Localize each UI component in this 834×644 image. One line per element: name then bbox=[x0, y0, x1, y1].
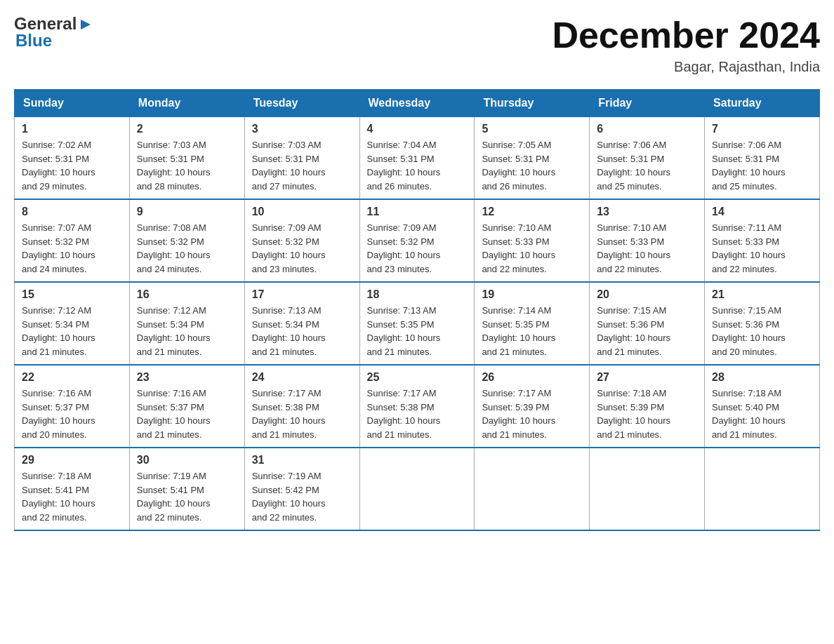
day-cell: 25Sunrise: 7:17 AMSunset: 5:38 PMDayligh… bbox=[359, 365, 475, 448]
day-info: Sunrise: 7:13 AMSunset: 5:34 PMDaylight:… bbox=[252, 304, 352, 358]
day-info: Sunrise: 7:07 AMSunset: 5:32 PMDaylight:… bbox=[22, 221, 122, 276]
day-cell: 20Sunrise: 7:15 AMSunset: 5:36 PMDayligh… bbox=[590, 282, 705, 365]
day-info: Sunrise: 7:19 AMSunset: 5:41 PMDaylight:… bbox=[137, 469, 237, 524]
day-cell: 30Sunrise: 7:19 AMSunset: 5:41 PMDayligh… bbox=[129, 448, 244, 530]
day-info: Sunrise: 7:05 AMSunset: 5:31 PMDaylight:… bbox=[482, 138, 582, 193]
header-thursday: Thursday bbox=[475, 90, 590, 117]
week-row-4: 22Sunrise: 7:16 AMSunset: 5:37 PMDayligh… bbox=[15, 365, 820, 448]
day-info: Sunrise: 7:08 AMSunset: 5:32 PMDaylight:… bbox=[137, 221, 237, 276]
day-cell: 6Sunrise: 7:06 AMSunset: 5:31 PMDaylight… bbox=[590, 117, 705, 200]
day-cell: 27Sunrise: 7:18 AMSunset: 5:39 PMDayligh… bbox=[590, 365, 705, 448]
day-info: Sunrise: 7:17 AMSunset: 5:38 PMDaylight:… bbox=[252, 387, 352, 441]
day-cell: 12Sunrise: 7:10 AMSunset: 5:33 PMDayligh… bbox=[475, 199, 590, 282]
day-cell: 19Sunrise: 7:14 AMSunset: 5:35 PMDayligh… bbox=[475, 282, 590, 365]
header-wednesday: Wednesday bbox=[359, 90, 475, 117]
day-number: 7 bbox=[712, 123, 812, 135]
day-cell: 22Sunrise: 7:16 AMSunset: 5:37 PMDayligh… bbox=[15, 365, 130, 448]
day-number: 3 bbox=[252, 123, 352, 135]
day-number: 13 bbox=[597, 206, 697, 218]
week-row-2: 8Sunrise: 7:07 AMSunset: 5:32 PMDaylight… bbox=[15, 199, 820, 282]
day-number: 12 bbox=[482, 206, 582, 218]
day-number: 10 bbox=[252, 206, 352, 218]
location: Bagar, Rajasthan, India bbox=[552, 59, 820, 75]
header-monday: Monday bbox=[129, 90, 244, 117]
day-number: 26 bbox=[482, 371, 582, 384]
logo: General Blue bbox=[14, 14, 93, 51]
day-info: Sunrise: 7:12 AMSunset: 5:34 PMDaylight:… bbox=[22, 304, 122, 358]
day-info: Sunrise: 7:10 AMSunset: 5:33 PMDaylight:… bbox=[482, 221, 582, 276]
day-info: Sunrise: 7:16 AMSunset: 5:37 PMDaylight:… bbox=[22, 387, 122, 441]
header-right: December 2024 Bagar, Rajasthan, India bbox=[552, 14, 820, 75]
day-info: Sunrise: 7:12 AMSunset: 5:34 PMDaylight:… bbox=[137, 304, 237, 358]
day-cell: 9Sunrise: 7:08 AMSunset: 5:32 PMDaylight… bbox=[129, 199, 244, 282]
day-info: Sunrise: 7:17 AMSunset: 5:39 PMDaylight:… bbox=[482, 387, 582, 441]
day-info: Sunrise: 7:03 AMSunset: 5:31 PMDaylight:… bbox=[252, 138, 352, 193]
day-number: 25 bbox=[367, 371, 468, 384]
day-info: Sunrise: 7:02 AMSunset: 5:31 PMDaylight:… bbox=[22, 138, 122, 193]
day-cell: 8Sunrise: 7:07 AMSunset: 5:32 PMDaylight… bbox=[15, 199, 130, 282]
day-info: Sunrise: 7:03 AMSunset: 5:31 PMDaylight:… bbox=[137, 138, 237, 193]
day-info: Sunrise: 7:15 AMSunset: 5:36 PMDaylight:… bbox=[712, 304, 812, 358]
svg-marker-0 bbox=[81, 20, 91, 29]
day-cell: 13Sunrise: 7:10 AMSunset: 5:33 PMDayligh… bbox=[590, 199, 705, 282]
day-cell: 18Sunrise: 7:13 AMSunset: 5:35 PMDayligh… bbox=[359, 282, 475, 365]
day-info: Sunrise: 7:06 AMSunset: 5:31 PMDaylight:… bbox=[712, 138, 812, 193]
day-number: 17 bbox=[252, 288, 352, 301]
week-row-1: 1Sunrise: 7:02 AMSunset: 5:31 PMDaylight… bbox=[15, 117, 820, 200]
day-number: 9 bbox=[137, 206, 237, 218]
day-number: 23 bbox=[137, 371, 237, 384]
day-cell: 2Sunrise: 7:03 AMSunset: 5:31 PMDaylight… bbox=[129, 117, 244, 200]
day-cell: 7Sunrise: 7:06 AMSunset: 5:31 PMDaylight… bbox=[705, 117, 820, 200]
header-tuesday: Tuesday bbox=[244, 90, 359, 117]
day-cell: 3Sunrise: 7:03 AMSunset: 5:31 PMDaylight… bbox=[244, 117, 359, 200]
day-info: Sunrise: 7:06 AMSunset: 5:31 PMDaylight:… bbox=[597, 138, 697, 193]
day-info: Sunrise: 7:17 AMSunset: 5:38 PMDaylight:… bbox=[367, 387, 468, 441]
day-cell: 26Sunrise: 7:17 AMSunset: 5:39 PMDayligh… bbox=[475, 365, 590, 448]
day-cell: 28Sunrise: 7:18 AMSunset: 5:40 PMDayligh… bbox=[705, 365, 820, 448]
day-cell bbox=[705, 448, 820, 530]
day-number: 15 bbox=[22, 288, 122, 301]
day-info: Sunrise: 7:16 AMSunset: 5:37 PMDaylight:… bbox=[137, 387, 237, 441]
day-info: Sunrise: 7:09 AMSunset: 5:32 PMDaylight:… bbox=[252, 221, 352, 276]
month-title: December 2024 bbox=[552, 14, 820, 56]
day-info: Sunrise: 7:18 AMSunset: 5:39 PMDaylight:… bbox=[597, 387, 697, 441]
header-saturday: Saturday bbox=[705, 90, 820, 117]
day-info: Sunrise: 7:13 AMSunset: 5:35 PMDaylight:… bbox=[367, 304, 468, 358]
day-number: 1 bbox=[22, 123, 122, 135]
day-number: 24 bbox=[252, 371, 352, 384]
day-number: 18 bbox=[367, 288, 468, 301]
day-info: Sunrise: 7:15 AMSunset: 5:36 PMDaylight:… bbox=[597, 304, 697, 358]
day-info: Sunrise: 7:19 AMSunset: 5:42 PMDaylight:… bbox=[252, 469, 352, 524]
day-cell: 4Sunrise: 7:04 AMSunset: 5:31 PMDaylight… bbox=[359, 117, 475, 200]
day-number: 6 bbox=[597, 123, 697, 135]
week-row-5: 29Sunrise: 7:18 AMSunset: 5:41 PMDayligh… bbox=[15, 448, 820, 530]
day-number: 22 bbox=[22, 371, 122, 384]
day-number: 16 bbox=[137, 288, 237, 301]
day-cell bbox=[475, 448, 590, 530]
day-number: 28 bbox=[712, 371, 812, 384]
day-cell: 23Sunrise: 7:16 AMSunset: 5:37 PMDayligh… bbox=[129, 365, 244, 448]
day-number: 8 bbox=[22, 206, 122, 218]
day-number: 29 bbox=[22, 454, 122, 467]
day-number: 14 bbox=[712, 206, 812, 218]
day-number: 4 bbox=[367, 123, 468, 135]
day-number: 11 bbox=[367, 206, 468, 218]
day-number: 31 bbox=[252, 454, 352, 467]
day-info: Sunrise: 7:14 AMSunset: 5:35 PMDaylight:… bbox=[482, 304, 582, 358]
day-number: 5 bbox=[482, 123, 582, 135]
day-cell: 14Sunrise: 7:11 AMSunset: 5:33 PMDayligh… bbox=[705, 199, 820, 282]
logo-arrow-icon bbox=[78, 17, 93, 32]
day-info: Sunrise: 7:10 AMSunset: 5:33 PMDaylight:… bbox=[597, 221, 697, 276]
day-number: 20 bbox=[597, 288, 697, 301]
day-cell: 10Sunrise: 7:09 AMSunset: 5:32 PMDayligh… bbox=[244, 199, 359, 282]
day-number: 2 bbox=[137, 123, 237, 135]
day-cell: 1Sunrise: 7:02 AMSunset: 5:31 PMDaylight… bbox=[15, 117, 130, 200]
day-cell: 24Sunrise: 7:17 AMSunset: 5:38 PMDayligh… bbox=[244, 365, 359, 448]
day-cell bbox=[359, 448, 475, 530]
day-info: Sunrise: 7:04 AMSunset: 5:31 PMDaylight:… bbox=[367, 138, 468, 193]
day-cell: 15Sunrise: 7:12 AMSunset: 5:34 PMDayligh… bbox=[15, 282, 130, 365]
day-cell: 29Sunrise: 7:18 AMSunset: 5:41 PMDayligh… bbox=[15, 448, 130, 530]
logo-blue-text: Blue bbox=[15, 31, 52, 51]
day-cell bbox=[590, 448, 705, 530]
day-cell: 21Sunrise: 7:15 AMSunset: 5:36 PMDayligh… bbox=[705, 282, 820, 365]
